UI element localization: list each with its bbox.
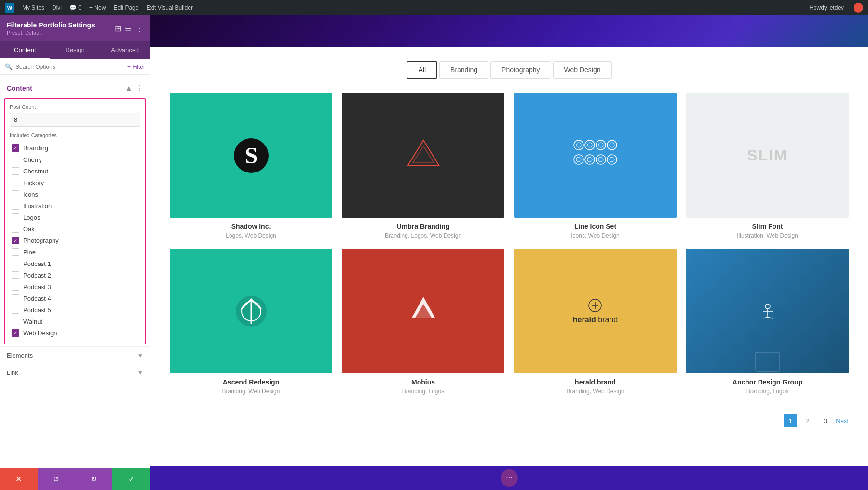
list-item[interactable]: Walnut [10,316,140,327]
user-avatar[interactable] [854,3,863,13]
category-label: Podcast 5 [23,306,51,314]
category-checkbox[interactable] [12,202,19,210]
category-checkbox[interactable] [12,318,19,325]
portfolio-item-title: Line Icon Set [514,223,677,230]
wp-logo-icon[interactable]: W [5,3,14,13]
portfolio-item[interactable]: Ascend Redesign Branding, Web Design [170,249,332,395]
list-item[interactable]: Chestnut [10,165,140,177]
category-checkbox[interactable] [12,283,19,291]
content-section-header[interactable]: Content ▲ ⋮ [0,79,150,96]
category-checkbox[interactable] [12,248,19,256]
list-item[interactable]: Cherry [10,154,140,165]
exit-visual-builder-link[interactable]: Exit Visual Builder [146,4,193,11]
preset-label[interactable]: Preset: Default [7,30,95,36]
portfolio-filter-tab[interactable]: Branding [439,61,488,79]
sidebar-title: Filterable Portfolio Settings [7,21,95,29]
category-checkbox[interactable]: ✓ [12,144,19,152]
content-area: AllBrandingPhotographyWeb Design S Shado… [150,15,868,490]
svg-point-17 [598,157,603,162]
edit-page-link[interactable]: Edit Page [113,4,138,11]
category-label: Chestnut [23,168,48,175]
responsive-icon[interactable]: ⊞ [115,24,121,33]
portfolio-item-title: herald.brand [514,378,677,386]
portfolio-item[interactable]: herald.brand herald.brand Branding, Web … [514,249,677,395]
list-item[interactable]: ✓ Photography [10,235,140,246]
pagination-page[interactable]: 3 [818,414,832,427]
category-checkbox[interactable] [12,167,19,175]
redo-button[interactable]: ↻ [75,468,113,490]
category-checkbox[interactable] [12,260,19,267]
portfolio-item[interactable]: Umbra Branding Branding, Logos, Web Desi… [342,93,504,239]
category-checkbox[interactable] [12,294,19,302]
section-menu-icon[interactable]: ⋮ [136,83,143,93]
svg-point-4 [574,140,583,150]
list-item[interactable]: Podcast 2 [10,269,140,281]
post-count-input[interactable] [10,113,140,127]
purple-dot-button[interactable]: ··· [501,469,518,487]
list-item[interactable]: ✓ Web Design [10,327,140,339]
list-item[interactable]: Podcast 4 [10,292,140,304]
svg-point-9 [598,143,603,147]
svg-point-15 [587,157,592,162]
list-item[interactable]: Illustration [10,200,140,212]
category-checkbox[interactable] [12,225,19,233]
category-checkbox[interactable] [12,190,19,198]
svg-point-6 [585,140,595,150]
portfolio-filter-tab[interactable]: Photography [490,61,551,79]
pagination: 123Next [170,409,849,432]
pagination-page[interactable]: 1 [784,414,797,427]
elements-header[interactable]: Elements ▼ [7,352,143,359]
list-item[interactable]: Icons [10,188,140,200]
category-checkbox[interactable] [12,156,19,163]
settings-icon[interactable]: ☰ [125,24,132,33]
bottom-toolbar: ✕ ↺ ↻ ✓ [0,468,150,490]
portfolio-item[interactable]: Mobius Branding, Logos [342,249,504,395]
undo-button[interactable]: ↺ [38,468,75,490]
category-checkbox[interactable]: ✓ [12,329,19,337]
portfolio-filter-tab[interactable]: Web Design [553,61,612,79]
my-sites-link[interactable]: My Sites [22,4,44,11]
portfolio-item[interactable]: S Shadow Inc. Logos, Web Design [170,93,332,239]
link-chevron-icon: ▼ [137,370,143,376]
list-item[interactable]: Pine [10,246,140,258]
category-checkbox[interactable] [12,213,19,221]
sidebar-body: Content ▲ ⋮ Post Count Included Categori… [0,75,150,468]
svg-point-26 [765,304,770,309]
svg-point-7 [587,143,592,147]
cancel-button[interactable]: ✕ [0,468,38,490]
portfolio-item[interactable]: Anchor Design Group Branding, Logos [686,249,849,395]
category-label: Oak [23,225,35,233]
pagination-page[interactable]: 2 [801,414,814,427]
new-link[interactable]: + New [89,4,106,11]
list-item[interactable]: Podcast 3 [10,281,140,292]
link-header[interactable]: Link ▼ [7,369,143,376]
list-item[interactable]: Logos [10,212,140,223]
tab-design[interactable]: Design [50,41,100,59]
search-input[interactable] [15,64,124,70]
collapse-icon[interactable]: ▲ [125,84,133,93]
list-item[interactable]: Podcast 5 [10,304,140,316]
more-icon[interactable]: ⋮ [136,24,143,33]
tab-advanced[interactable]: Advanced [100,41,150,59]
category-checkbox[interactable]: ✓ [12,237,19,244]
tab-content[interactable]: Content [0,41,50,59]
portfolio-filter-tab[interactable]: All [407,61,437,79]
portfolio-thumbnail: S [170,93,332,218]
category-label: Logos [23,214,40,221]
comments-link[interactable]: 💬 0 [69,4,81,11]
pagination-next[interactable]: Next [836,417,849,424]
list-item[interactable]: ✓ Branding [10,142,140,154]
category-checkbox[interactable] [12,271,19,279]
divi-link[interactable]: Divi [52,4,62,11]
confirm-button[interactable]: ✓ [112,468,150,490]
list-item[interactable]: Podcast 1 [10,258,140,269]
category-checkbox[interactable] [12,179,19,186]
list-item[interactable]: Hickory [10,177,140,188]
portfolio-item-categories: Branding, Logos, Web Design [342,232,504,239]
portfolio-item[interactable]: Line Icon Set Icons, Web Design [514,93,677,239]
filter-button[interactable]: + Filter [127,64,145,70]
list-item[interactable]: Oak [10,223,140,235]
wp-admin-bar: W My Sites Divi 💬 0 + New Edit Page Exit… [0,0,868,15]
category-checkbox[interactable] [12,306,19,314]
portfolio-item[interactable]: SLIM Slim Font Illustration, Web Design [686,93,849,239]
